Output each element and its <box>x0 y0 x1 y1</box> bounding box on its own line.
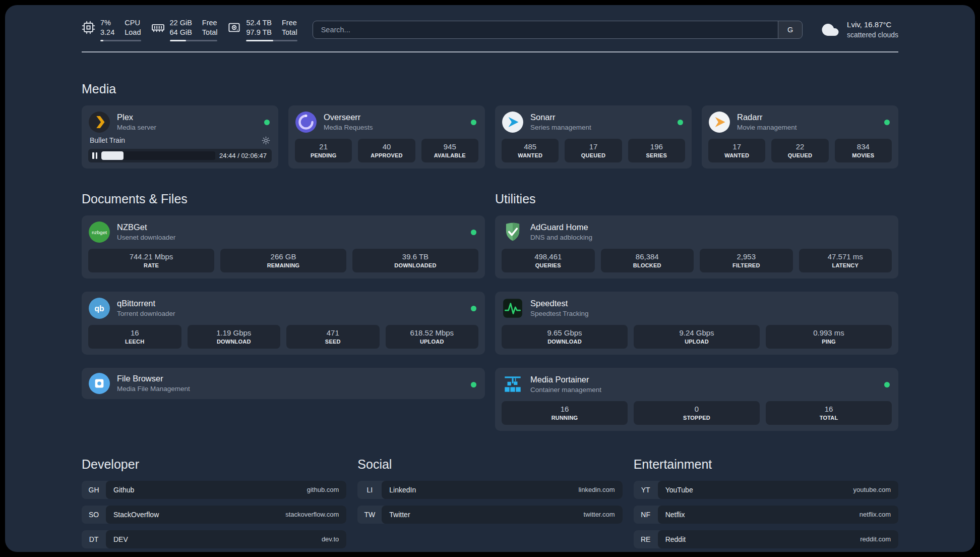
bookmark-url: linkedin.com <box>578 486 615 493</box>
stat-running: 16 RUNNING <box>502 401 628 425</box>
stat-upload: 9.24 Gbps UPLOAD <box>634 325 760 349</box>
bookmark-name: StackOverflow <box>113 511 159 519</box>
bookmark-abbr: NF <box>634 506 658 524</box>
card-title: Sonarr <box>530 113 591 122</box>
stat-approved: 40 APPROVED <box>358 139 415 162</box>
stat-label: APPROVED <box>360 152 413 158</box>
bookmark-twitter[interactable]: TW Twitter twitter.com <box>357 506 622 524</box>
stat-value: 2,953 <box>702 252 791 261</box>
stat-value: 47.571 ms <box>801 252 890 261</box>
card-radarr[interactable]: Radarr Movie management 17 WANTED 22 QUE… <box>702 105 898 169</box>
stat-label: DOWNLOAD <box>190 339 279 345</box>
search-provider-button[interactable]: G <box>778 21 802 38</box>
disk-icon <box>227 21 241 34</box>
stat-value: 744.21 Mbps <box>90 252 212 261</box>
stat-value: 40 <box>360 142 413 151</box>
stat-label: SEED <box>288 339 378 345</box>
stat-wanted: 17 WANTED <box>708 139 765 162</box>
card-filebrowser[interactable]: File Browser Media File Management <box>82 368 485 399</box>
stat-value: 86,384 <box>603 252 692 261</box>
stat-stopped: 0 STOPPED <box>634 401 760 425</box>
adguard-icon <box>502 221 524 243</box>
cpu-percent: 7% <box>100 18 114 28</box>
section-title-documents: Documents & Files <box>82 192 485 206</box>
card-plex[interactable]: Plex Media server Bullet Train <box>82 105 278 169</box>
card-sonarr[interactable]: Sonarr Series management 485 WANTED 17 Q… <box>495 105 692 169</box>
stat-upload: 618.52 Mbps UPLOAD <box>386 325 479 349</box>
pause-button[interactable] <box>92 152 97 159</box>
card-adguard[interactable]: AdGuard Home DNS and adblocking 498,461 … <box>495 215 898 278</box>
bookmark-name: Netflix <box>665 511 685 519</box>
stat-ping: 0.993 ms PING <box>766 325 892 349</box>
bookmarks-social: Social LI LinkedIn linkedin.com TW Twitt… <box>357 434 622 548</box>
bookmarks-entertainment: Entertainment YT YouTube youtube.com NF … <box>634 434 898 548</box>
card-subtitle: Container management <box>530 386 601 394</box>
topbar-divider <box>82 51 898 52</box>
gear-icon[interactable] <box>262 136 270 145</box>
card-qbittorrent[interactable]: qb qBittorrent Torrent downloader 16 LEE… <box>82 292 485 355</box>
sonarr-icon <box>502 111 524 133</box>
progress-track[interactable] <box>101 151 215 160</box>
stat-series: 196 SERIES <box>628 139 685 162</box>
stat-label: TOTAL <box>768 415 890 421</box>
memory-total: 64 GiB <box>170 28 192 37</box>
bookmark-youtube[interactable]: YT YouTube youtube.com <box>634 481 898 499</box>
stat-label: UPLOAD <box>388 339 477 345</box>
bookmark-stackoverflow[interactable]: SO StackOverflow stackoverflow.com <box>82 506 346 524</box>
bookmark-url: stackoverflow.com <box>285 511 339 518</box>
card-title: AdGuard Home <box>530 222 592 232</box>
nzbget-stats: 744.21 Mbps RATE 266 GB REMAINING 39.6 T… <box>88 249 478 272</box>
bookmark-url: netflix.com <box>860 511 891 518</box>
card-subtitle: Media server <box>117 124 156 131</box>
bookmark-github[interactable]: GH Github github.com <box>82 481 346 499</box>
section-title-social: Social <box>357 457 622 472</box>
card-portainer[interactable]: Media Portainer Container management 16 … <box>495 368 898 431</box>
weather-widget: Lviv, 16.87°C scattered clouds <box>820 20 898 39</box>
disk-labels: Free Total <box>282 18 297 37</box>
memory-widget: 22 GiB 64 GiB Free Total <box>151 18 218 41</box>
disk-free: 52.4 TB <box>246 18 272 28</box>
bookmark-linkedin[interactable]: LI LinkedIn linkedin.com <box>357 481 622 499</box>
bookmark-name: YouTube <box>665 486 693 494</box>
dashboard: 7% 3.24 CPU Load <box>5 5 975 552</box>
stat-label: LATENCY <box>801 262 890 268</box>
overseerr-icon <box>295 111 317 133</box>
stat-value: 266 GB <box>222 252 344 261</box>
stat-label: WANTED <box>504 152 557 158</box>
qbittorrent-icon: qb <box>88 297 110 319</box>
card-overseerr[interactable]: Overseerr Media Requests 21 PENDING 40 A… <box>288 105 485 169</box>
stat-blocked: 86,384 BLOCKED <box>601 249 694 272</box>
card-subtitle: DNS and adblocking <box>530 234 592 241</box>
section-title-media: Media <box>82 82 898 96</box>
nzbget-icon: nzbget <box>88 221 110 243</box>
stat-rate: 744.21 Mbps RATE <box>88 249 214 272</box>
cpu-values: 7% 3.24 <box>100 18 114 37</box>
bookmark-reddit[interactable]: RE Reddit reddit.com <box>634 530 898 548</box>
card-subtitle: Media Requests <box>324 124 373 131</box>
media-group: Plex Media server Bullet Train <box>82 105 898 169</box>
bookmark-name: DEV <box>113 535 128 543</box>
bookmark-abbr: SO <box>82 506 106 524</box>
filebrowser-icon <box>88 372 110 395</box>
search-input[interactable] <box>313 21 778 38</box>
bookmark-dev[interactable]: DT DEV dev.to <box>82 530 346 548</box>
progress-fill <box>101 151 124 160</box>
stat-label: STOPPED <box>636 415 758 421</box>
stat-value: 498,461 <box>504 252 593 261</box>
bookmark-name: LinkedIn <box>389 486 416 494</box>
bookmark-url: github.com <box>307 486 339 493</box>
card-title: Plex <box>117 113 156 122</box>
card-subtitle: Series management <box>530 124 591 131</box>
stat-queued: 22 QUEUED <box>771 139 828 162</box>
stat-value: 9.65 Gbps <box>504 328 626 337</box>
card-speedtest[interactable]: Speedtest Speedtest Tracking 9.65 Gbps D… <box>495 292 898 355</box>
memory-values: 22 GiB 64 GiB <box>170 18 192 37</box>
stat-label: PENDING <box>297 152 350 158</box>
stat-value: 9.24 Gbps <box>636 328 758 337</box>
card-nzbget[interactable]: nzbget NZBGet Usenet downloader 744.21 M… <box>82 215 485 278</box>
svg-text:qb: qb <box>94 304 104 312</box>
card-title: Radarr <box>737 113 797 122</box>
stat-filtered: 2,953 FILTERED <box>700 249 793 272</box>
status-dot <box>471 306 476 311</box>
bookmark-netflix[interactable]: NF Netflix netflix.com <box>634 506 898 524</box>
